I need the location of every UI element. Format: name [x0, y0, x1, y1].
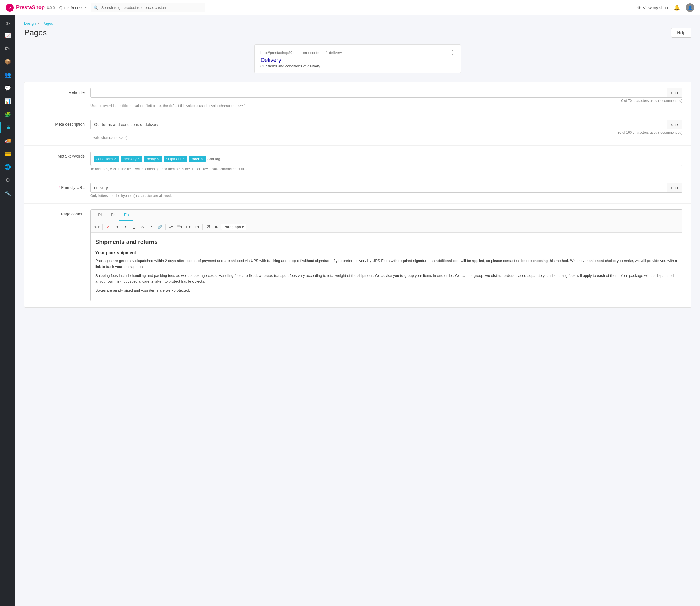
toolbar-sep-1	[102, 224, 103, 230]
tag-delivery-close[interactable]: ×	[138, 157, 139, 160]
quick-access-label: Quick Access	[60, 5, 84, 10]
meta-title-lang-label: en	[671, 90, 676, 95]
tab-fr[interactable]: Fr	[106, 210, 119, 220]
toolbar-media-button[interactable]: ▶	[213, 223, 220, 231]
user-avatar[interactable]: 👤	[686, 3, 694, 12]
breadcrumb-parent[interactable]: Design	[24, 21, 36, 26]
tag-shipment-close[interactable]: ×	[183, 157, 184, 160]
friendly-url-label-text: Friendly URL	[61, 185, 85, 190]
notifications-bell-icon[interactable]: 🔔	[674, 5, 680, 11]
friendly-url-required-star: *	[59, 185, 61, 190]
stats-icon: 📊	[5, 98, 11, 104]
page-header: Pages Help	[24, 28, 692, 38]
sidebar-item-stats[interactable]: 📊	[0, 95, 16, 107]
preview-options-icon[interactable]: ⋮	[450, 49, 455, 56]
meta-desc-input[interactable]	[90, 120, 667, 130]
sidebar-item-dashboard[interactable]: 📈	[0, 29, 16, 42]
quick-access-arrow: ▾	[85, 6, 86, 9]
tags-container[interactable]: conditions × delivery × delay × shipment…	[90, 152, 682, 166]
toolbar-underline-button[interactable]: U	[130, 223, 138, 231]
toolbar-sep-3	[202, 224, 203, 230]
tab-pl[interactable]: Pl	[94, 210, 106, 220]
friendly-url-label: * Friendly URL	[33, 183, 85, 190]
payment-icon: 💳	[5, 150, 11, 157]
editor-wrapper: Pl Fr En </> A B I U S ❝ 🔗	[90, 209, 682, 301]
friendly-url-lang-label: en	[671, 185, 676, 190]
toolbar-table-button[interactable]: ⊞▾	[193, 223, 201, 231]
editor-toolbar: </> A B I U S ❝ 🔗 ≡▾ ☰▾ 1.▾ ⊞▾	[91, 221, 682, 233]
sidebar-item-modules[interactable]: 🧩	[0, 109, 16, 120]
meta-keywords-label: Meta keywords	[33, 152, 85, 158]
form-card: Meta title en ▾ 0 of 70 characters used …	[24, 82, 692, 308]
toolbar-bold-button[interactable]: B	[113, 223, 121, 231]
page-content-row: Page content Pl Fr En </> A B I	[24, 204, 691, 307]
toolbar-image-button[interactable]: 🖼	[204, 223, 212, 231]
editor-paragraph-3: Boxes are amply sized and your items are…	[95, 287, 678, 294]
sidebar-item-payment[interactable]: 💳	[0, 148, 16, 160]
quick-access-menu[interactable]: Quick Access ▾	[60, 5, 86, 10]
friendly-url-input[interactable]	[90, 183, 667, 192]
help-button[interactable]: Help	[671, 28, 692, 38]
sidebar-item-customers[interactable]: 👥	[0, 69, 16, 81]
svg-text:P: P	[8, 6, 11, 10]
editor-paragraph-2: Shipping fees include handling and packi…	[95, 273, 678, 285]
toolbar-paragraph-dropdown[interactable]: Paragraph ▾	[221, 224, 246, 230]
toolbar-strikethrough-button[interactable]: S	[139, 223, 147, 231]
tag-pack-close[interactable]: ×	[201, 157, 203, 160]
meta-desc-lang-button[interactable]: en ▾	[667, 120, 682, 130]
editor-content[interactable]: Shipments and returns Your pack shipment…	[91, 233, 682, 301]
design-icon: 🖥	[6, 124, 11, 131]
editor-heading-shipments: Shipments and returns	[95, 237, 678, 247]
toolbar-blockquote-button[interactable]: ❝	[147, 223, 155, 231]
tag-shipment: shipment ×	[164, 156, 187, 162]
preview-url-text: http://prestashop80.test › en › content …	[260, 50, 342, 55]
meta-desc-lang-arrow: ▾	[677, 123, 678, 126]
modules-icon: 🧩	[5, 111, 11, 118]
sidebar-item-messages[interactable]: 💬	[0, 82, 16, 94]
friendly-url-row: * Friendly URL en ▾ Only letters and the…	[24, 177, 691, 204]
toolbar-ordered-list-button[interactable]: 1.▾	[184, 223, 192, 231]
breadcrumb-separator: ›	[38, 21, 40, 26]
view-my-shop-button[interactable]: 👁 View my shop	[637, 5, 668, 10]
paragraph-label: Paragraph	[224, 225, 241, 229]
meta-title-controls: en ▾ 0 of 70 characters used (recommende…	[90, 88, 682, 108]
shipping-icon: 🚚	[5, 137, 11, 144]
logo[interactable]: P PrestaShop 8.0.0	[6, 4, 55, 12]
avatar-icon: 👤	[688, 5, 693, 10]
toolbar-link-button[interactable]: 🔗	[156, 223, 164, 231]
search-input[interactable]	[91, 3, 205, 12]
preview-url: http://prestashop80.test › en › content …	[260, 49, 455, 56]
preview-title: Delivery	[260, 57, 455, 64]
sidebar-item-shipping[interactable]: 🚚	[0, 135, 16, 147]
catalog-icon: 📦	[5, 59, 11, 65]
toolbar-align-button[interactable]: ≡▾	[167, 223, 175, 231]
sidebar-item-international[interactable]: 🌐	[0, 161, 16, 173]
sidebar-item-orders[interactable]: 🛍	[0, 43, 16, 54]
meta-desc-char-count: 36 of 160 characters used (recommended)	[90, 131, 682, 135]
toolbar-sep-2	[165, 224, 166, 230]
friendly-url-lang-button[interactable]: en ▾	[667, 183, 682, 192]
toolbar-italic-button[interactable]: I	[121, 223, 130, 231]
toolbar-list-button[interactable]: ☰▾	[176, 223, 184, 231]
meta-title-input[interactable]	[90, 88, 667, 97]
tag-delivery-label: delivery	[124, 157, 137, 161]
sidebar-item-advanced[interactable]: 🔧	[0, 187, 16, 200]
version-label: 8.0.0	[47, 6, 55, 10]
tag-shipment-label: shipment	[166, 157, 182, 161]
tag-delay-close[interactable]: ×	[157, 157, 159, 160]
sidebar-toggle[interactable]: ≫	[0, 18, 16, 28]
tag-conditions-close[interactable]: ×	[114, 157, 116, 160]
friendly-url-hint: Only letters and the hyphen (-) characte…	[90, 194, 682, 198]
tab-en[interactable]: En	[119, 210, 133, 220]
meta-title-input-group: en ▾	[90, 88, 682, 97]
toolbar-source-button[interactable]: </>	[93, 223, 101, 231]
sidebar-item-catalog[interactable]: 📦	[0, 56, 16, 68]
sidebar-item-design[interactable]: 🖥	[0, 122, 16, 134]
add-tag-input[interactable]	[207, 157, 256, 161]
meta-title-lang-button[interactable]: en ▾	[667, 88, 682, 97]
tags-hint: To add tags, click in the field, write s…	[90, 167, 682, 171]
sidebar-item-settings[interactable]: ⚙	[0, 174, 16, 186]
toolbar-color-button[interactable]: A	[104, 223, 112, 231]
dashboard-icon: 📈	[5, 32, 11, 39]
toggle-icon: ≫	[5, 21, 10, 26]
